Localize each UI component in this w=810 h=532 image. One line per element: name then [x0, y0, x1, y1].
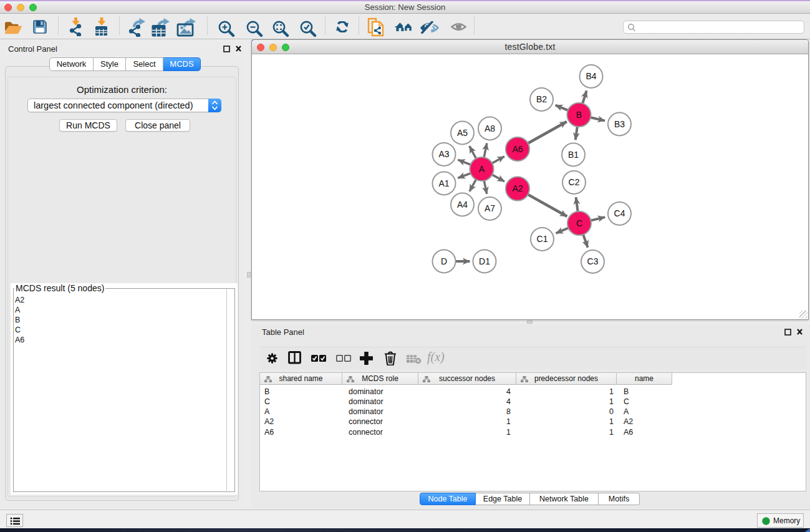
svg-text:C1: C1 — [537, 234, 548, 244]
svg-text:C2: C2 — [569, 177, 580, 187]
svg-text:A1: A1 — [438, 178, 449, 188]
svg-text:B3: B3 — [614, 119, 625, 129]
svg-text:A7: A7 — [485, 203, 495, 213]
svg-text:B4: B4 — [586, 71, 596, 81]
svg-text:A8: A8 — [485, 123, 495, 133]
svg-text:B1: B1 — [568, 150, 579, 160]
svg-text:C4: C4 — [614, 208, 625, 218]
svg-text:A3: A3 — [438, 149, 449, 159]
svg-text:D: D — [441, 256, 447, 266]
svg-text:A5: A5 — [457, 128, 468, 138]
svg-text:C3: C3 — [587, 256, 599, 266]
svg-text:B: B — [576, 110, 582, 120]
svg-text:C: C — [576, 218, 582, 228]
svg-text:B2: B2 — [536, 94, 547, 104]
svg-text:A2: A2 — [512, 183, 523, 193]
svg-text:A: A — [479, 164, 485, 174]
svg-text:A6: A6 — [512, 144, 523, 154]
svg-text:A4: A4 — [457, 200, 468, 210]
svg-text:D1: D1 — [479, 256, 490, 266]
